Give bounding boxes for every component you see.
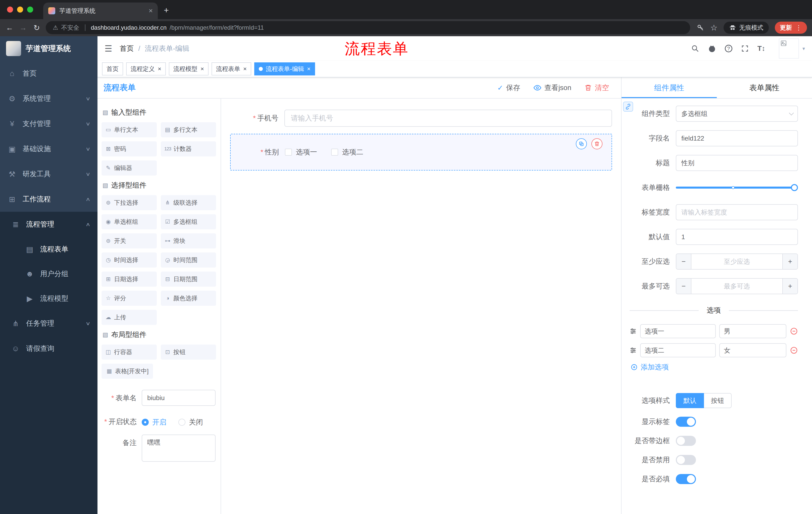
tag-process-model[interactable]: 流程模型 ×	[169, 62, 208, 76]
user-menu[interactable]: ▾	[779, 38, 805, 59]
bookmark-star-icon[interactable]: ☆	[710, 23, 718, 32]
min-select-value[interactable]: 至少应选	[691, 254, 782, 269]
palette-item-row-container[interactable]: ◫行容器	[102, 345, 157, 360]
sidebar-item-process-model[interactable]: ▶ 流程模型	[0, 286, 97, 311]
menu-toggle-icon[interactable]: ☰	[105, 44, 112, 54]
form-name-input[interactable]	[142, 390, 215, 406]
reload-icon[interactable]: ↻	[32, 23, 41, 32]
copy-widget-button[interactable]	[576, 138, 587, 150]
option-value-input[interactable]	[719, 324, 786, 338]
palette-item-rate[interactable]: ☆评分	[102, 291, 157, 306]
save-button[interactable]: ✓ 保存	[497, 83, 520, 92]
palette-item-multi-line-text[interactable]: ▤多行文本	[161, 122, 216, 137]
palette-item-upload[interactable]: ☁上传	[102, 310, 157, 325]
fullscreen-icon[interactable]	[741, 45, 749, 53]
help-icon[interactable]: ?	[725, 45, 732, 52]
max-select-value[interactable]: 最多可选	[691, 279, 782, 294]
breadcrumb-home[interactable]: 首页	[120, 44, 134, 53]
field-name-input[interactable]	[676, 130, 798, 146]
palette-item-radio-group[interactable]: ◉单选框组	[102, 214, 157, 229]
grid-slider[interactable]	[676, 180, 798, 196]
clear-button[interactable]: 清空	[584, 83, 609, 92]
option-label-input[interactable]	[640, 324, 716, 338]
palette-item-counter[interactable]: 123计数器	[161, 141, 216, 156]
sidebar-item-task-management[interactable]: ⋔ 任务管理 ∨	[0, 311, 97, 336]
component-type-select[interactable]: 多选框组	[676, 106, 798, 122]
tag-close-icon[interactable]: ×	[307, 66, 311, 72]
label-width-input[interactable]	[676, 204, 798, 220]
sidebar-item-system[interactable]: ⚙ 系统管理 ∨	[0, 86, 97, 111]
tab-component-props[interactable]: 组件属性	[621, 77, 717, 98]
checkbox-option-2[interactable]: 选项二	[331, 147, 363, 157]
palette-item-editor[interactable]: ✎编辑器	[102, 160, 157, 175]
phone-field-row[interactable]: *手机号	[230, 110, 612, 127]
sidebar-item-workflow[interactable]: ⊞ 工作流程 ∧	[0, 187, 97, 212]
option-value-input[interactable]	[719, 343, 786, 357]
sidebar-item-devtools[interactable]: ⚒ 研发工具 ∨	[0, 161, 97, 187]
palette-item-date-range[interactable]: ⊟日期范围	[161, 272, 216, 287]
style-default-button[interactable]: 默认	[676, 393, 704, 408]
back-icon[interactable]: ←	[5, 23, 14, 32]
avatar[interactable]	[779, 38, 799, 59]
app-logo[interactable]: 芋道管理系统	[0, 36, 97, 61]
palette-item-slider[interactable]: ⊶滑块	[161, 233, 216, 248]
palette-item-single-line-text[interactable]: ▭单行文本	[102, 122, 157, 137]
radio-open[interactable]: 开启	[142, 417, 166, 427]
slider-handle[interactable]	[791, 184, 798, 191]
font-size-icon[interactable]: T↕	[757, 45, 765, 53]
sidebar-item-process-management[interactable]: ≣ 流程管理 ∧	[0, 212, 97, 237]
palette-item-checkbox-group[interactable]: ☑多选框组	[161, 214, 216, 229]
window-maximize-button[interactable]	[27, 6, 33, 12]
palette-item-time-picker[interactable]: ◷时间选择	[102, 252, 157, 268]
drag-handle-icon[interactable]	[630, 347, 637, 354]
tag-process-form[interactable]: 流程表单 ×	[211, 62, 251, 76]
tag-process-form-edit[interactable]: 流程表单-编辑 ×	[254, 62, 315, 76]
radio-closed[interactable]: 关闭	[178, 417, 203, 427]
browser-menu-icon[interactable]: ⋮	[795, 24, 802, 32]
key-icon[interactable]	[697, 24, 704, 31]
default-value-input[interactable]	[676, 229, 798, 245]
tag-close-icon[interactable]: ×	[158, 66, 161, 72]
security-label[interactable]: 不安全	[61, 24, 79, 32]
gender-widget-selected[interactable]: *性别 选项一 选项二	[230, 134, 612, 170]
phone-input[interactable]	[284, 110, 612, 127]
tag-close-icon[interactable]: ×	[201, 66, 204, 72]
delete-widget-button[interactable]	[591, 138, 603, 150]
sidebar-item-home[interactable]: ⌂ 首页	[0, 61, 97, 86]
show-label-toggle[interactable]	[676, 417, 696, 427]
palette-item-table[interactable]: ▦表格[开发中]	[102, 363, 153, 379]
sidebar-item-process-form[interactable]: ▤ 流程表单	[0, 237, 97, 262]
tag-home[interactable]: 首页	[102, 62, 123, 76]
option-label-input[interactable]	[640, 343, 716, 357]
title-input[interactable]	[676, 155, 798, 171]
palette-item-button[interactable]: ⊡按钮	[161, 345, 216, 360]
palette-item-password[interactable]: ⊠密码	[102, 141, 157, 156]
search-icon[interactable]	[691, 45, 699, 53]
required-toggle[interactable]	[676, 474, 696, 484]
checkbox-option-1[interactable]: 选项一	[285, 147, 317, 157]
add-option-button[interactable]: 添加选项	[631, 362, 798, 372]
bind-variable-button[interactable]	[623, 102, 633, 112]
address-bar[interactable]: ⚠ 不安全 dashboard.yudao.iocoder.cn/bpm/man…	[46, 21, 690, 34]
increase-button[interactable]: +	[782, 254, 798, 269]
palette-item-cascader[interactable]: ⋔级联选择	[161, 195, 216, 210]
remove-option-button[interactable]	[790, 327, 798, 335]
sidebar-item-payment[interactable]: ¥ 支付管理 ∨	[0, 111, 97, 136]
sidebar-item-user-group[interactable]: ☻ 用户分组	[0, 262, 97, 286]
window-close-button[interactable]	[7, 6, 13, 12]
increase-button[interactable]: +	[782, 279, 798, 294]
sidebar-item-leave-query[interactable]: ☺ 请假查询	[0, 336, 97, 361]
remove-option-button[interactable]	[790, 346, 798, 354]
palette-item-date-picker[interactable]: ⊞日期选择	[102, 272, 157, 287]
new-tab-button[interactable]: +	[164, 5, 169, 15]
browser-tab[interactable]: 芋道管理系统 ×	[43, 2, 158, 19]
view-json-button[interactable]: 查看json	[533, 83, 571, 92]
form-canvas[interactable]: *手机号	[221, 99, 621, 514]
form-remark-textarea[interactable]: 嘿嘿	[142, 435, 215, 462]
palette-item-color-picker[interactable]: ◑颜色选择	[161, 291, 216, 306]
tab-close-icon[interactable]: ×	[149, 7, 153, 15]
github-icon[interactable]	[708, 44, 716, 53]
tag-process-definition[interactable]: 流程定义 ×	[126, 62, 166, 76]
palette-item-time-range[interactable]: ◶时间范围	[161, 252, 216, 268]
sidebar-item-infrastructure[interactable]: ▣ 基础设施 ∨	[0, 136, 97, 161]
